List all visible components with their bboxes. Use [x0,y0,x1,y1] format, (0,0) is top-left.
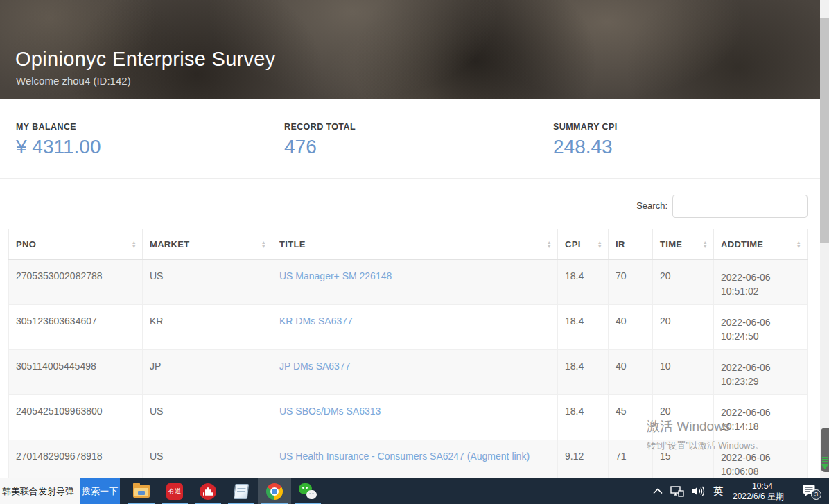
cell-cpi: 18.4 [558,305,609,350]
cell-time: 10 [653,350,714,395]
cell-cpi: 18.4 [558,260,609,305]
cell-addtime: 2022-06-0610:51:02 [714,260,808,305]
column-label: TIME [660,239,682,250]
cell-title: KR DMs SA6377 [272,305,558,350]
network-icon[interactable] [670,486,684,497]
table-body: 2705353002082788USUS Manager+ SM 2261481… [9,260,808,485]
survey-title-link[interactable]: US Manager+ SM 226148 [279,270,392,281]
table-header-row: PNO▲▼MARKET▲▼TITLE▲▼CPI▲▼IRTIME▲▼ADDTIME… [9,229,808,260]
survey-title-link[interactable]: US SBOs/DMs SA6313 [279,406,381,417]
taskbar-item-chrome[interactable] [258,478,291,504]
cell-title: JP DMs SA6377 [272,350,558,395]
cell-time: 20 [653,305,714,350]
addtime-line: 10:23:29 [721,374,803,388]
cell-pno: 305114005445498 [9,350,143,395]
column-label: PNO [16,239,36,250]
speaker-icon[interactable] [692,486,706,496]
cell-cpi: 18.4 [558,395,609,440]
input-language-indicator[interactable]: 英 [713,485,723,498]
cell-ir: 40 [609,350,653,395]
cell-title: US Manager+ SM 226148 [272,260,558,305]
column-header-title[interactable]: TITLE▲▼ [272,229,558,260]
column-header-cpi[interactable]: CPI▲▼ [558,229,609,260]
survey-title-link[interactable]: JP DMs SA6377 [279,360,350,372]
cell-pno: 305123603634607 [9,305,143,350]
cell-market: JP [143,350,272,395]
survey-title-link[interactable]: KR DMs SA6377 [279,315,353,327]
table-row: 305114005445498JPJP DMs SA637718.4401020… [9,350,808,395]
system-tray: 英 10:54 2022/6/6 星期一 3 [653,478,829,504]
cell-ir: 70 [609,260,653,305]
cell-time: 20 [653,260,714,305]
stat-record-total: RECORD TOTAL 476 [284,122,356,158]
clock-time: 10:54 [731,481,794,492]
download-arrow-icon [822,456,828,462]
stat-label: SUMMARY CPI [553,122,618,132]
welcome-text: Welcome zhou4 (ID:142) [16,75,131,87]
column-header-market[interactable]: MARKET▲▼ [143,229,272,260]
stat-summary-cpi: SUMMARY CPI 248.43 [553,122,618,158]
clock-date: 2022/6/6 星期一 [731,492,794,502]
cell-market: KR [143,305,272,350]
taskbar-clock[interactable]: 10:54 2022/6/6 星期一 [731,481,794,502]
cell-market: US [143,260,272,305]
column-header-ir[interactable]: IR [609,229,653,260]
taskbar-item-netease-music[interactable] [191,478,225,504]
column-header-pno[interactable]: PNO▲▼ [9,229,143,260]
notification-center-button[interactable]: 3 [802,483,820,500]
scrollbar-track[interactable] [820,0,829,478]
scroll-down-widget[interactable] [821,428,829,472]
sort-icon: ▲▼ [597,241,602,249]
hidden-icons-chevron[interactable] [653,488,663,494]
stats-band: MY BALANCE ¥ 4311.00 RECORD TOTAL 476 SU… [0,99,820,179]
netease-music-icon [200,483,216,500]
cell-addtime: 2022-06-0610:23:29 [714,350,808,395]
addtime-line: 2022-06-06 [721,270,803,284]
addtime-line: 2022-06-06 [721,315,803,329]
sort-icon: ▲▼ [703,241,708,249]
taskbar-item-file-explorer[interactable] [125,478,158,504]
taskbar-item-wechat[interactable] [291,478,324,504]
addtime-line: 2022-06-06 [721,406,803,419]
column-header-time[interactable]: TIME▲▼ [653,229,714,260]
column-label: IR [616,239,625,250]
cell-title: US SBOs/DMs SA6313 [272,395,558,440]
column-label: CPI [565,239,581,250]
stat-value: 248.43 [553,136,618,158]
notification-count-badge: 3 [811,489,821,500]
cell-ir: 40 [609,305,653,350]
column-label: TITLE [279,239,306,250]
cell-addtime: 2022-06-0610:14:18 [714,395,808,440]
cell-market: US [143,395,272,440]
taskbar-item-youdao[interactable]: 有道 [158,478,191,504]
taskbar-search-button[interactable]: 搜索一下 [80,478,120,504]
taskbar-item-notepad[interactable] [225,478,258,504]
stat-value: ¥ 4311.00 [16,136,101,158]
sort-icon: ▲▼ [261,241,266,249]
scrollbar-thumb[interactable] [820,18,829,243]
search-input[interactable] [672,195,808,218]
taskbar-news-ticker[interactable]: 韩美联合发射导弹 [0,478,80,504]
sort-icon: ▲▼ [132,241,137,249]
search-label: Search: [634,200,667,211]
stat-label: MY BALANCE [16,122,101,132]
page-title: Opinionyc Enterprise Survey [15,48,276,71]
cell-time: 20 [653,395,714,440]
taskbar-app-icons: 有道 [125,478,324,504]
cell-addtime: 2022-06-0610:24:50 [714,305,808,350]
notepad-icon [234,484,249,499]
column-label: ADDTIME [721,239,763,250]
column-label: MARKET [150,239,189,250]
cell-pno: 2705353002082788 [9,260,143,305]
wechat-icon [299,483,317,500]
sort-icon: ▲▼ [547,241,552,249]
survey-table: PNO▲▼MARKET▲▼TITLE▲▼CPI▲▼IRTIME▲▼ADDTIME… [8,229,808,485]
chrome-icon [266,483,283,500]
windows-taskbar: 韩美联合发射导弹 搜索一下 有道 [0,478,829,504]
hero-banner: Opinionyc Enterprise Survey Welcome zhou… [0,0,820,99]
table-row: 305123603634607KRKR DMs SA637718.4402020… [9,305,808,350]
sort-icon: ▲▼ [796,241,801,249]
cell-cpi: 18.4 [558,350,609,395]
column-header-addtime[interactable]: ADDTIME▲▼ [714,229,808,260]
survey-title-link[interactable]: US Health Insurance - Consumers SA6247 (… [279,451,530,462]
